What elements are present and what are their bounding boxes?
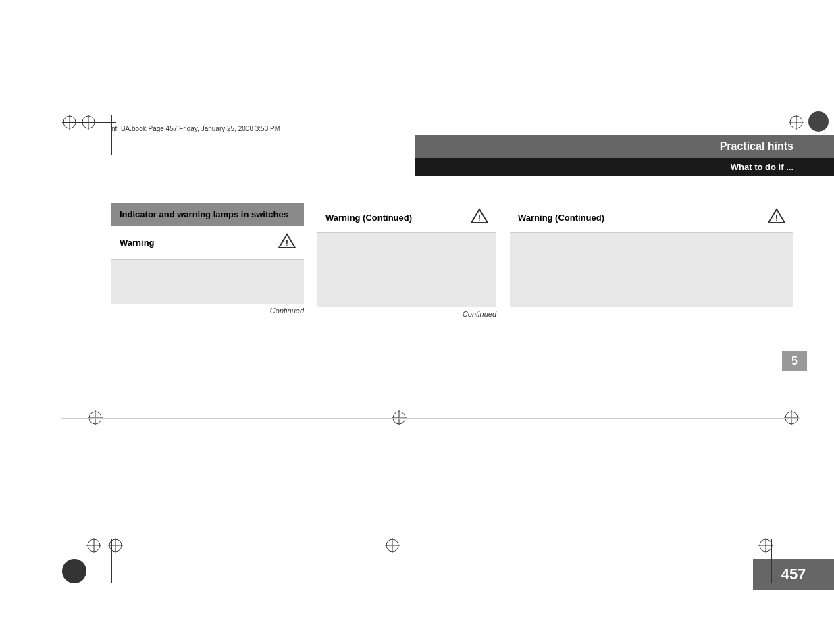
what-to-do-bar: What to do if ... [415,158,834,176]
page-number-badge: 457 [753,559,834,590]
rule-vertical-left [111,115,112,155]
section-badge: 5 [782,351,807,371]
crosshair-bottom-center [385,538,400,553]
deco-circle-bottom-left [62,559,86,583]
rule-vertical-bottom-left [111,539,112,583]
warning-continued-label-right: Warning (Continued) [518,213,604,223]
practical-hints-bar: Practical hints [415,135,834,158]
warning-continued-row-right: Warning (Continued) ! [510,203,793,233]
content-area: Indicator and warning lamps in switches … [111,203,793,321]
warning-continued-row-middle: Warning (Continued) ! [317,203,496,233]
section-header: Indicator and warning lamps in switches [111,203,304,226]
section-title: Indicator and warning lamps in switches [120,209,288,219]
horizontal-rule-mid [61,418,800,419]
middle-gray-content [317,233,496,307]
rule-vertical-bottom-right [771,539,772,583]
crosshair-bottom-left-2 [108,538,123,553]
continued-middle: Continued [317,307,496,321]
right-gray-content [510,233,793,307]
page-number: 457 [781,566,806,583]
warning-triangle-icon-right: ! [768,208,785,227]
crosshair-bottom-left-1 [86,538,101,553]
left-gray-content [111,260,304,304]
svg-text:!: ! [286,238,288,248]
warning-label: Warning [120,238,155,248]
middle-column: Warning (Continued) ! Continued [317,203,496,321]
rule-bottom-left [86,545,127,545]
warning-row: Warning ! [111,226,304,260]
rule-bottom-right [763,545,804,545]
warning-continued-label-middle: Warning (Continued) [325,213,412,223]
svg-text:!: ! [775,213,778,223]
crosshair-top-right [789,115,804,130]
what-to-do-label: What to do if ... [731,162,793,172]
page-info: nf_BA.book Page 457 Friday, January 25, … [111,125,280,132]
left-column: Indicator and warning lamps in switches … [111,203,304,321]
continued-left: Continued [111,304,304,317]
right-column: Warning (Continued) ! [510,203,793,321]
header-area: Practical hints What to do if ... [415,0,834,176]
warning-triangle-icon: ! [278,233,296,252]
header-bars: Practical hints What to do if ... [415,135,834,176]
practical-hints-label: Practical hints [720,140,793,152]
svg-text:!: ! [478,213,481,223]
deco-circle-top-right [808,111,829,132]
rule-top-left [62,122,116,123]
warning-triangle-icon-middle: ! [471,208,488,227]
